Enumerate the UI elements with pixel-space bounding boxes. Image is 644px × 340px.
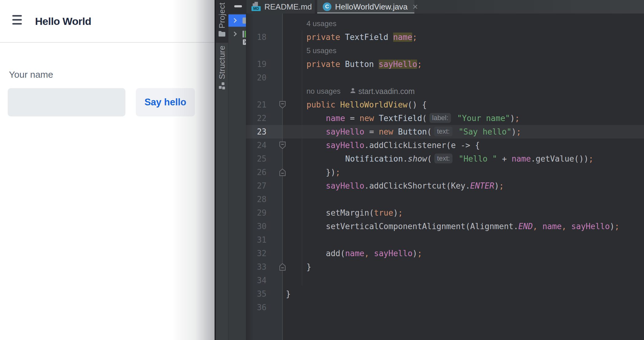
structure-label: Structure <box>217 45 227 79</box>
fold-end-icon[interactable] <box>279 263 286 271</box>
line-number: 34 <box>246 274 267 287</box>
line-number: 26 <box>246 166 267 179</box>
name-input[interactable] <box>8 88 125 116</box>
line-number: 32 <box>246 247 267 260</box>
java-class-icon: C <box>323 2 331 11</box>
project-label: Project <box>217 2 227 28</box>
code-line[interactable]: }); <box>326 166 340 179</box>
line-number: 33 <box>246 260 267 274</box>
parameter-hint-chip: text: <box>434 127 452 136</box>
line-number: 29 <box>246 206 267 220</box>
toolwindow-stripe: Project Structure <box>216 0 228 340</box>
fold-end-icon[interactable] <box>279 168 286 176</box>
fold-collapse-icon[interactable] <box>279 101 286 109</box>
name-field-label: Your name <box>9 69 53 80</box>
line-number: 25 <box>246 152 267 166</box>
screen: Hello World Your name Say hello Project … <box>0 0 644 340</box>
indent-guide <box>302 30 302 286</box>
line-number: 35 <box>246 287 267 301</box>
line-number: 28 <box>246 193 267 206</box>
code-line[interactable]: sayHello = new Button(text: "Say hello")… <box>326 125 521 139</box>
ide-window: Project Structure MD <box>216 0 644 340</box>
usages-text: no usages <box>306 84 341 98</box>
menu-hamburger-icon[interactable] <box>12 15 22 26</box>
tab-readme[interactable]: MD README.md × <box>247 0 315 14</box>
tab-label: README.md <box>264 2 312 12</box>
line-number: 24 <box>246 139 267 152</box>
code-line[interactable]: } <box>306 260 311 274</box>
author-site-text: start.vaadin.com <box>358 84 415 98</box>
usages-inlay-hint[interactable]: 4 usages <box>306 17 336 30</box>
fold-collapse-icon[interactable] <box>279 141 286 149</box>
line-number: 31 <box>246 233 267 247</box>
structure-icon <box>219 82 225 90</box>
markdown-file-icon: MD <box>251 2 261 12</box>
gutter-separator <box>282 14 283 340</box>
line-number: 36 <box>246 301 267 314</box>
line-number: 20 <box>246 71 267 84</box>
sidebar-item-structure[interactable]: Structure <box>216 45 228 92</box>
tab-bar-filler <box>414 0 644 14</box>
code-line[interactable]: } <box>286 287 291 301</box>
browser-app-pane: Hello World Your name Say hello <box>0 0 215 340</box>
tree-row[interactable] <box>228 28 246 40</box>
parameter-hint-chip: text: <box>434 154 453 163</box>
code-line[interactable]: add(name, sayHello); <box>326 247 422 260</box>
code-line[interactable]: sayHello.addClickShortcut(Key.ENTER); <box>326 179 504 193</box>
hide-toolwindow-icon[interactable] <box>234 5 242 7</box>
line-number: 22 <box>246 111 267 125</box>
code-line[interactable]: private TextField name; <box>306 30 417 44</box>
code-line[interactable]: Notification.show(text: "Hello " + name.… <box>345 152 593 166</box>
line-number: 23 <box>246 125 267 139</box>
code-line[interactable]: setVerticalComponentAlignment(Alignment.… <box>326 220 619 233</box>
sidebar-item-project[interactable]: Project <box>216 0 228 41</box>
code-author-inlay-hint[interactable]: no usagesstart.vaadin.com <box>306 84 415 98</box>
folder-icon <box>218 31 226 37</box>
parameter-hint-chip: label: <box>429 113 451 123</box>
chevron-right-icon <box>232 32 237 37</box>
person-icon <box>350 84 356 98</box>
code-line[interactable]: name = new TextField(label: "Your name")… <box>326 111 520 125</box>
code-line[interactable]: public HelloWorldView() { <box>306 98 427 111</box>
project-tree <box>228 14 246 340</box>
app-header: Hello World <box>0 0 215 43</box>
line-number: 18 <box>246 30 267 44</box>
app-title: Hello World <box>35 14 91 29</box>
line-number: 19 <box>246 57 267 71</box>
line-number: 30 <box>246 220 267 233</box>
pane-shadow <box>172 0 215 340</box>
usages-inlay-hint[interactable]: 5 usages <box>306 44 336 57</box>
say-hello-button[interactable]: Say hello <box>136 88 195 116</box>
tree-row-selected[interactable] <box>228 14 246 27</box>
close-icon[interactable]: × <box>413 2 418 11</box>
code-line[interactable]: setMargin(true); <box>326 206 403 220</box>
code-line[interactable]: private Button sayHello; <box>306 57 422 71</box>
editor-tab-bar: MD README.md × C HelloWorldView.java × <box>228 0 644 14</box>
line-number: 27 <box>246 179 267 193</box>
line-number: 21 <box>246 98 267 111</box>
chevron-right-icon <box>232 18 237 23</box>
tab-label: HelloWorldView.java <box>335 2 408 12</box>
code-line[interactable]: sayHello.addClickListener(e -> { <box>326 139 480 152</box>
tab-helloworldview-java[interactable]: C HelloWorldView.java × <box>317 0 414 14</box>
